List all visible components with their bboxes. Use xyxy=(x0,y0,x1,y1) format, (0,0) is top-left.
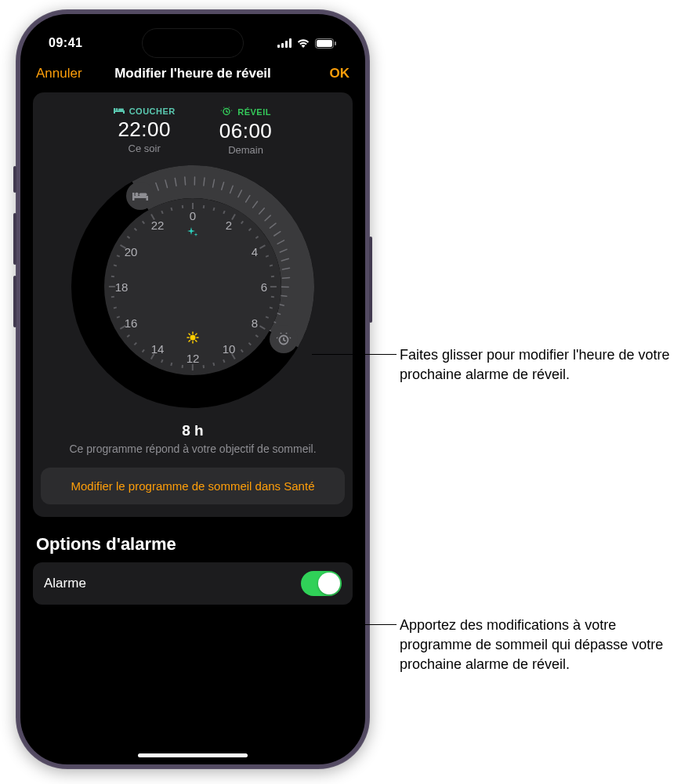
dial-tick xyxy=(192,364,194,370)
svg-rect-0 xyxy=(277,45,280,48)
dial-hour-16: 16 xyxy=(125,316,138,330)
bedtime-value: 22:00 xyxy=(114,117,176,142)
svg-line-51 xyxy=(189,341,190,342)
dial-tick xyxy=(192,203,194,209)
dial-tick xyxy=(259,244,266,249)
bedtime-sub: Ce soir xyxy=(114,143,176,154)
toggle-knob xyxy=(318,573,340,594)
svg-line-50 xyxy=(196,341,197,342)
dial-face: 0 2 4 6 8 10 12 14 16 18 20 22 xyxy=(104,198,281,375)
sleep-duration: 8 h xyxy=(41,422,345,439)
svg-rect-5 xyxy=(317,40,332,47)
alarm-toggle-row: Alarme xyxy=(33,562,353,605)
dial-tick xyxy=(127,334,130,338)
dial-hour-12: 12 xyxy=(187,352,200,365)
svg-rect-2 xyxy=(285,41,288,48)
iphone-frame: 09:41 Annuler Modifier l'heure de réveil… xyxy=(16,9,370,769)
svg-line-52 xyxy=(196,334,197,335)
dial-tick xyxy=(223,211,225,214)
dial-hour-2: 2 xyxy=(226,219,232,232)
bedtime-block: COUCHER 22:00 Ce soir xyxy=(114,107,176,156)
cellular-signal-icon xyxy=(277,38,292,48)
dial-tick xyxy=(241,349,244,352)
svg-rect-6 xyxy=(335,42,336,45)
page-title: Modifier l'heure de réveil xyxy=(114,66,271,81)
alarm-options-title: Options d'alarme xyxy=(36,534,353,555)
svg-point-10 xyxy=(115,108,118,110)
dial-tick xyxy=(117,255,120,257)
home-indicator[interactable] xyxy=(138,753,248,757)
svg-line-35 xyxy=(282,277,289,278)
dial-tick xyxy=(248,342,252,345)
dial-tick xyxy=(202,205,204,208)
bed-icon xyxy=(114,107,125,116)
dial-hour-22: 22 xyxy=(151,219,165,232)
edit-schedule-button[interactable]: Modifier le programme de sommeil dans Sa… xyxy=(41,468,345,505)
dial-tick xyxy=(134,228,137,231)
dial-tick xyxy=(142,349,145,352)
svg-rect-57 xyxy=(139,193,147,197)
sun-icon xyxy=(187,331,199,347)
dial-tick xyxy=(270,286,277,287)
dial-tick xyxy=(181,365,183,368)
dial-tick xyxy=(223,359,225,363)
alarm-handle-icon xyxy=(276,332,292,346)
dial-tick xyxy=(266,316,269,319)
sleep-goal-text: Ce programme répond à votre objectif de … xyxy=(41,442,345,457)
dial-tick xyxy=(269,265,272,267)
dial-hour-20: 20 xyxy=(125,245,138,258)
side-button-silent xyxy=(13,166,16,193)
dial-tick xyxy=(171,207,173,210)
svg-line-49 xyxy=(189,334,190,335)
svg-rect-11 xyxy=(118,109,124,111)
wakeup-sub: Demain xyxy=(219,144,273,156)
ok-button[interactable]: OK xyxy=(330,66,350,81)
svg-rect-3 xyxy=(289,38,292,48)
svg-rect-9 xyxy=(123,110,125,114)
dial-tick xyxy=(269,306,272,309)
dial-tick xyxy=(241,221,244,224)
alarm-label: Alarme xyxy=(44,576,86,591)
dial-tick xyxy=(109,286,115,287)
wakeup-handle[interactable] xyxy=(270,325,298,353)
dial-tick xyxy=(113,265,116,267)
svg-rect-7 xyxy=(114,110,125,112)
dial-tick xyxy=(171,363,173,366)
dial-tick xyxy=(271,275,274,276)
callout-leader-1 xyxy=(312,354,397,355)
dial-hour-10: 10 xyxy=(223,342,236,356)
alarm-toggle[interactable] xyxy=(301,571,342,596)
screen: 09:41 Annuler Modifier l'heure de réveil… xyxy=(20,14,365,764)
wakeup-value: 06:00 xyxy=(219,119,273,143)
dial-tick xyxy=(161,359,163,363)
dial-tick xyxy=(266,255,269,257)
dial-tick xyxy=(255,236,259,239)
dial-tick xyxy=(181,205,183,208)
dial-tick xyxy=(271,296,274,298)
side-button-volume-up xyxy=(13,213,16,265)
sleep-dial[interactable]: 0 2 4 6 8 10 12 14 16 18 20 22 xyxy=(71,165,314,408)
svg-point-44 xyxy=(190,335,196,341)
dial-tick xyxy=(202,365,204,368)
svg-line-18 xyxy=(185,177,186,185)
bed-handle-icon xyxy=(132,190,148,201)
dial-hour-6: 6 xyxy=(261,280,267,294)
sleep-schedule-card: COUCHER 22:00 Ce soir RÉVEIL 06:00 xyxy=(33,92,353,517)
dial-hour-18: 18 xyxy=(115,280,129,294)
wakeup-block: RÉVEIL 06:00 Demain xyxy=(219,107,273,156)
dynamic-island xyxy=(142,28,244,58)
bedtime-handle[interactable] xyxy=(126,182,154,210)
callout-leader-2 xyxy=(332,624,397,625)
dial-tick xyxy=(231,214,236,220)
dial-tick xyxy=(111,296,114,298)
wakeup-label: RÉVEIL xyxy=(237,107,271,117)
cancel-button[interactable]: Annuler xyxy=(36,66,82,81)
dial-hour-4: 4 xyxy=(252,245,258,258)
night-stars-icon xyxy=(187,227,198,241)
svg-point-56 xyxy=(135,193,138,196)
side-button-power xyxy=(369,237,372,323)
alarm-clock-icon xyxy=(220,107,233,117)
svg-rect-53 xyxy=(132,196,148,198)
dial-tick xyxy=(248,228,252,231)
wifi-icon xyxy=(296,38,310,48)
